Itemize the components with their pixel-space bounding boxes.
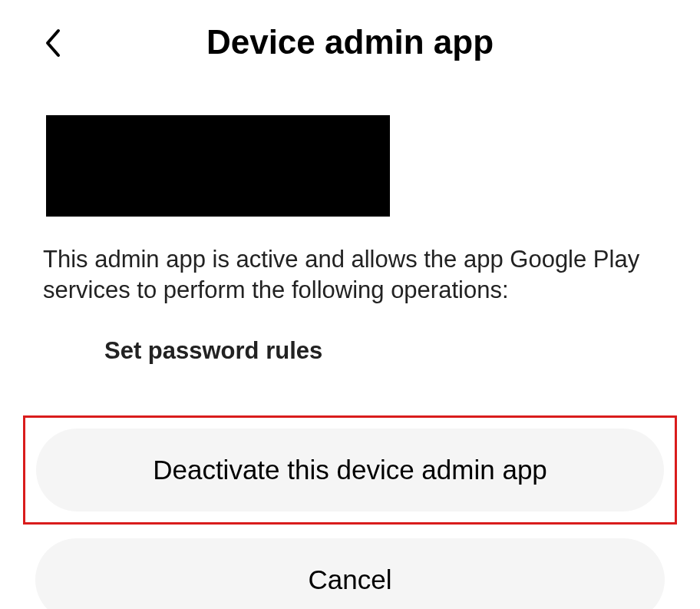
operation-item: Set password rules [104,337,700,365]
cancel-button[interactable]: Cancel [35,538,665,609]
cancel-wrapper: Cancel [35,538,665,609]
page-title: Device admin app [38,23,662,61]
header: Device admin app [0,0,700,77]
admin-description: This admin app is active and allows the … [43,244,657,306]
deactivate-highlight: Deactivate this device admin app [23,415,677,525]
back-icon[interactable] [43,28,64,61]
deactivate-button[interactable]: Deactivate this device admin app [36,429,664,511]
redacted-app-info [46,115,390,217]
